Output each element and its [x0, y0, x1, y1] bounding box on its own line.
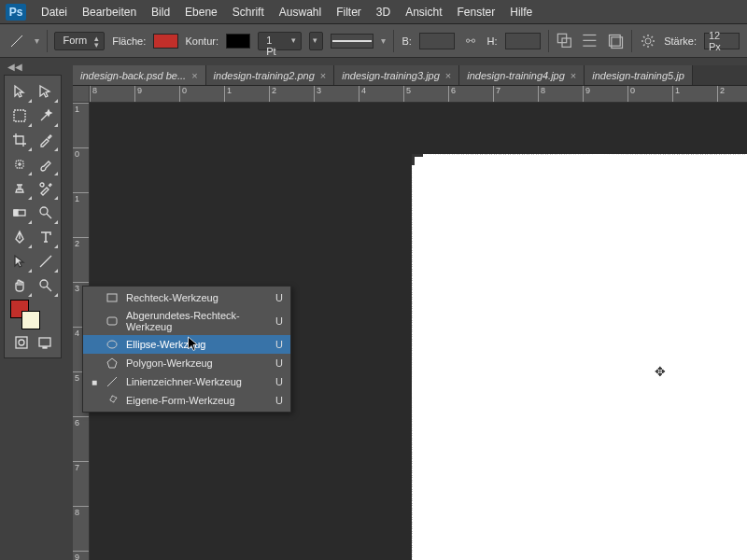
screenmode-tool[interactable] [34, 333, 55, 352]
ruler-tick: 0 [73, 147, 90, 159]
document-tab[interactable]: indesign-training3.jpg× [334, 65, 459, 85]
arrange-icon[interactable] [606, 32, 624, 50]
link-icon[interactable]: ⚯ [462, 32, 480, 50]
close-icon[interactable]: × [320, 70, 326, 81]
document-tab[interactable]: indesign-training4.jpg× [459, 65, 585, 85]
dropdown-arrow-icon[interactable]: ▾ [381, 35, 386, 46]
svg-line-26 [47, 214, 51, 218]
ruler-tick: 8 [90, 86, 97, 103]
flyout-item-rrect[interactable]: Abgerundetes-Rechteck-WerkzeugU [83, 307, 290, 335]
svg-rect-17 [14, 110, 25, 121]
fill-swatch[interactable] [153, 34, 177, 49]
document-tab[interactable]: indesign-training5.jp [585, 65, 692, 85]
background-color[interactable] [21, 311, 40, 329]
ruler-tick: 9 [583, 86, 590, 103]
flyout-item-poly[interactable]: Polygon-WerkzeugU [83, 354, 290, 372]
toolbox [4, 75, 62, 358]
menu-edit[interactable]: Bearbeiten [75, 6, 144, 19]
svg-point-36 [107, 341, 117, 348]
tab-label: indesign-training3.jpg [342, 70, 440, 81]
crop-handle-tl[interactable] [412, 154, 423, 165]
ruler-tick: 8 [73, 506, 90, 517]
svg-point-31 [19, 340, 24, 345]
healing-tool[interactable] [7, 152, 33, 176]
zoom-tool[interactable] [33, 273, 59, 298]
menu-filter[interactable]: Filter [329, 6, 369, 19]
menu-help[interactable]: Hilfe [502, 6, 540, 19]
stroke-width-field[interactable]: 1 Pt [258, 32, 301, 50]
svg-point-28 [40, 280, 48, 287]
svg-line-14 [651, 44, 653, 46]
history-brush-tool[interactable] [33, 176, 59, 201]
close-icon[interactable]: × [571, 70, 576, 81]
ruler-origin[interactable] [73, 86, 90, 103]
stroke-swatch[interactable] [226, 34, 250, 49]
eyedropper-tool[interactable] [33, 128, 59, 152]
hand-tool[interactable] [7, 273, 33, 298]
color-wells [7, 298, 59, 331]
ruler-tick: 1 [73, 192, 90, 203]
dropdown-arrow-icon[interactable]: ▾ [35, 35, 39, 46]
magic-wand-tool[interactable] [33, 104, 59, 128]
menu-layer[interactable]: Ebene [177, 6, 225, 19]
height-label: H: [487, 35, 498, 47]
line-tool-icon [7, 31, 27, 51]
line-tool[interactable] [33, 249, 59, 273]
stroke-width-stepper[interactable] [309, 32, 323, 50]
type-tool[interactable] [33, 225, 59, 249]
path-op-icon[interactable] [556, 32, 573, 50]
document-tab[interactable]: indesign-training2.png× [206, 65, 335, 85]
width-input[interactable] [419, 33, 455, 49]
svg-rect-30 [16, 337, 27, 348]
height-input[interactable] [505, 33, 541, 49]
flyout-shortcut: U [275, 376, 283, 387]
flyout-item-line[interactable]: ■Linienzeichner-WerkzeugU [83, 372, 290, 391]
artboard-tool[interactable] [33, 79, 59, 104]
menu-type[interactable]: Schrift [225, 6, 272, 19]
menu-file[interactable]: Datei [34, 6, 75, 19]
gear-icon[interactable] [639, 32, 656, 50]
svg-line-16 [651, 36, 653, 38]
menu-view[interactable]: Ansicht [398, 6, 449, 19]
document-tab[interactable]: indesign-back.psd be...× [73, 65, 206, 85]
panel-toggle-icon[interactable]: ◀◀ [7, 62, 22, 72]
pen-tool[interactable] [7, 225, 33, 249]
svg-point-8 [645, 38, 651, 44]
svg-line-15 [643, 44, 645, 46]
align-icon[interactable] [581, 32, 599, 50]
ruler-tick: 1 [672, 86, 680, 103]
svg-rect-33 [43, 347, 47, 348]
close-icon[interactable]: × [445, 70, 451, 81]
mode-dropdown[interactable]: Form [54, 32, 105, 50]
flyout-shortcut: U [275, 357, 283, 369]
ruler-tick: 4 [359, 86, 366, 103]
menu-image[interactable]: Bild [144, 6, 177, 19]
crop-tool[interactable] [7, 128, 33, 152]
svg-line-0 [11, 35, 22, 47]
flyout-shortcut: U [275, 339, 283, 350]
selection-marquee [412, 154, 747, 560]
flyout-item-custom[interactable]: Eigene-Form-WerkzeugU [83, 391, 290, 410]
flyout-item-rect[interactable]: Rechteck-WerkzeugU [83, 288, 290, 307]
marquee-tool[interactable] [7, 104, 33, 128]
ruler-tick: 1 [224, 86, 232, 103]
close-icon[interactable]: × [191, 70, 197, 81]
brush-tool[interactable] [33, 152, 59, 176]
strength-input[interactable]: 12 Px [704, 33, 740, 49]
divider [393, 30, 394, 52]
dodge-tool[interactable] [33, 201, 59, 225]
stroke-style-dropdown[interactable] [331, 34, 374, 49]
clone-stamp-tool[interactable] [7, 176, 33, 201]
flyout-label: Eigene-Form-Werkzeug [126, 395, 268, 406]
menu-window[interactable]: Fenster [450, 6, 503, 19]
ruler-horizontal[interactable]: 890123456789012 [90, 86, 747, 103]
quickmask-tool[interactable] [10, 333, 32, 352]
flyout-item-ellipse[interactable]: Ellipse-WerkzeugU [83, 335, 290, 354]
menu-bar: Ps Datei Bearbeiten Bild Ebene Schrift A… [0, 0, 747, 24]
document-tabs: indesign-back.psd be...× indesign-traini… [73, 65, 747, 86]
gradient-tool[interactable] [7, 201, 33, 225]
menu-select[interactable]: Auswahl [272, 6, 329, 19]
menu-3d[interactable]: 3D [369, 6, 398, 19]
path-select-tool[interactable] [7, 249, 33, 273]
move-tool[interactable] [7, 79, 33, 104]
